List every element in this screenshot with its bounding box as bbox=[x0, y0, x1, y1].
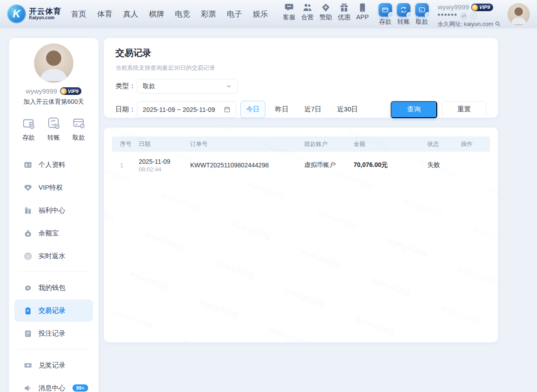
sidebar-item-yuebao[interactable]: 余额宝 bbox=[14, 222, 93, 244]
money-pouch-icon bbox=[23, 229, 32, 238]
col-index: 序号 bbox=[120, 140, 139, 148]
gift-icon bbox=[340, 3, 349, 12]
bet-record-icon bbox=[23, 329, 32, 338]
customer-service-link[interactable]: 客服 bbox=[280, 3, 298, 21]
shortcut-yesterday[interactable]: 昨日 bbox=[269, 101, 294, 118]
withdraw-link[interactable]: 取款 bbox=[413, 3, 431, 26]
partnership-link[interactable]: 合营 bbox=[298, 3, 316, 21]
transfer-icon bbox=[397, 3, 410, 17]
vip-badge: V VIP9 bbox=[471, 4, 493, 11]
phone-icon bbox=[358, 3, 367, 12]
shortcut-last7days[interactable]: 近7日 bbox=[298, 101, 327, 118]
sidebar-item-transactions[interactable]: 交易记录 bbox=[14, 299, 93, 322]
shortcut-today[interactable]: 今日 bbox=[240, 101, 265, 118]
sidebar-item-messages[interactable]: 消息中心 99+ bbox=[14, 377, 93, 392]
sidebar-avatar[interactable] bbox=[34, 43, 73, 83]
topbar: K 开云体育 Kaiyun.com 首页 体育 真人 棋牌 电竞 彩票 电子 娱… bbox=[0, 0, 537, 28]
deposit-link[interactable]: 存款 bbox=[376, 3, 394, 26]
deposit-label: 存款 bbox=[379, 18, 392, 26]
customer-service-label: 客服 bbox=[283, 13, 295, 21]
sidebar-divider bbox=[18, 349, 90, 349]
rebate-icon bbox=[23, 251, 32, 260]
user-avatar[interactable] bbox=[507, 3, 530, 26]
col-amount: 金额 bbox=[354, 140, 427, 148]
sidebar: wywy9999 V VIP9 加入开云体育第600天 存款 转账 取款 bbox=[9, 38, 98, 392]
promo-label: 优惠 bbox=[338, 13, 350, 21]
nav-item-slots[interactable]: 电子 bbox=[227, 9, 242, 19]
brand-logo[interactable]: K 开云体育 Kaiyun.com bbox=[7, 4, 61, 23]
message-count-badge: 99+ bbox=[72, 384, 88, 392]
row-amount: 70,076.00元 bbox=[354, 161, 427, 169]
records-table-panel: wywy9999 wywy9999 wywy9999 wywy9999 wywy… bbox=[104, 128, 498, 342]
piggy-bank-icon bbox=[23, 283, 32, 292]
user-info: wywy9999 V VIP9 ****** v 永久网址: kaiyun.co… bbox=[438, 3, 505, 28]
sidebar-item-prizes[interactable]: 兑奖记录 bbox=[14, 354, 93, 376]
calendar-icon bbox=[223, 106, 230, 113]
search-button[interactable]: 查询 bbox=[391, 101, 437, 118]
transfer-outline-icon bbox=[47, 116, 61, 130]
brand-domain: Kaiyun.com bbox=[29, 16, 61, 21]
sidebar-item-profile[interactable]: 个人资料 bbox=[14, 153, 93, 176]
username: wywy9999 bbox=[438, 3, 469, 12]
col-account: 提款账户 bbox=[304, 140, 354, 148]
filter-panel: 交易记录 当前系统支持查询最近30日的交易记录 类型： 取款 日期： 2025-… bbox=[104, 38, 498, 118]
row-index: 1 bbox=[120, 162, 139, 169]
vip-diamond-icon bbox=[23, 183, 32, 192]
shortcut-last30days[interactable]: 近30日 bbox=[331, 101, 364, 118]
sidebar-transfer-action[interactable]: 转账 bbox=[47, 116, 61, 142]
eye-off-icon[interactable] bbox=[460, 13, 467, 19]
col-order-no: 订单号 bbox=[190, 140, 304, 148]
date-range-input[interactable]: 2025-11-09 ~ 2025-11-09 bbox=[137, 101, 236, 118]
sponsor-link[interactable]: 赞助 bbox=[317, 3, 335, 21]
table-row: 1 2025-11-09 08:02:44 KWWT20251109802444… bbox=[112, 152, 490, 179]
sidebar-item-vip[interactable]: VIP特权 bbox=[14, 176, 93, 199]
refresh-balance-icon[interactable]: v bbox=[470, 13, 477, 19]
sidebar-deposit-action[interactable]: 存款 bbox=[21, 116, 36, 142]
nav-item-sports[interactable]: 体育 bbox=[97, 9, 112, 19]
app-link[interactable]: APP bbox=[354, 3, 371, 21]
brand-name: 开云体育 bbox=[29, 8, 61, 16]
sidebar-divider bbox=[18, 272, 90, 272]
row-date: 2025-11-09 08:02:44 bbox=[139, 158, 190, 173]
row-order-no: KWWT20251109802444298 bbox=[190, 162, 304, 169]
transfer-label: 转账 bbox=[397, 18, 410, 26]
reset-button[interactable]: 重置 bbox=[442, 101, 486, 118]
sidebar-item-wallet[interactable]: 我的钱包 bbox=[14, 277, 93, 299]
wallet-outline-icon bbox=[21, 116, 36, 130]
nav-item-lottery[interactable]: 彩票 bbox=[201, 9, 216, 19]
sidebar-vip-badge: V VIP9 bbox=[60, 87, 82, 95]
main-nav: 首页 体育 真人 棋牌 电竞 彩票 电子 娱乐 bbox=[71, 9, 268, 19]
sidebar-item-rebate[interactable]: 实时返水 bbox=[14, 245, 93, 267]
col-date: 日期 bbox=[139, 140, 190, 148]
deposit-icon bbox=[379, 3, 392, 17]
diamond-icon bbox=[321, 3, 330, 12]
masked-balance: ****** bbox=[438, 12, 458, 20]
sidebar-quick-actions: 存款 转账 取款 bbox=[9, 116, 98, 142]
withdraw-icon bbox=[415, 3, 429, 17]
table-header: 序号 日期 订单号 提款账户 金额 状态 操作 bbox=[112, 136, 490, 152]
id-card-icon bbox=[23, 160, 32, 169]
page-subtitle: 当前系统支持查询最近30日的交易记录 bbox=[115, 64, 486, 72]
col-action: 操作 bbox=[461, 140, 482, 148]
sidebar-item-benefits[interactable]: 福利中心 bbox=[14, 199, 93, 222]
sidebar-withdraw-action[interactable]: 取款 bbox=[72, 116, 86, 142]
row-status: 失败 bbox=[427, 161, 461, 169]
promo-link[interactable]: 优惠 bbox=[335, 3, 353, 21]
sidebar-item-bets[interactable]: 投注记录 bbox=[14, 322, 93, 345]
prize-record-icon bbox=[23, 361, 32, 370]
row-account: 虚拟币账户 bbox=[304, 161, 354, 169]
sponsor-label: 赞助 bbox=[320, 13, 332, 21]
withdraw-label: 取款 bbox=[416, 18, 428, 26]
magnifier-icon[interactable] bbox=[494, 21, 501, 27]
nav-item-esports[interactable]: 电竞 bbox=[175, 9, 190, 19]
nav-item-live[interactable]: 真人 bbox=[123, 9, 138, 19]
chevron-down-icon bbox=[226, 83, 232, 89]
nav-item-entertainment[interactable]: 娱乐 bbox=[253, 9, 268, 19]
nav-item-cards[interactable]: 棋牌 bbox=[149, 9, 164, 19]
partnership-label: 合营 bbox=[301, 13, 314, 21]
type-label: 类型： bbox=[115, 82, 137, 90]
transfer-link[interactable]: 转账 bbox=[395, 3, 413, 26]
type-select[interactable]: 取款 bbox=[137, 79, 238, 94]
sidebar-username: wywy9999 bbox=[26, 87, 57, 95]
nav-item-home[interactable]: 首页 bbox=[71, 9, 86, 19]
